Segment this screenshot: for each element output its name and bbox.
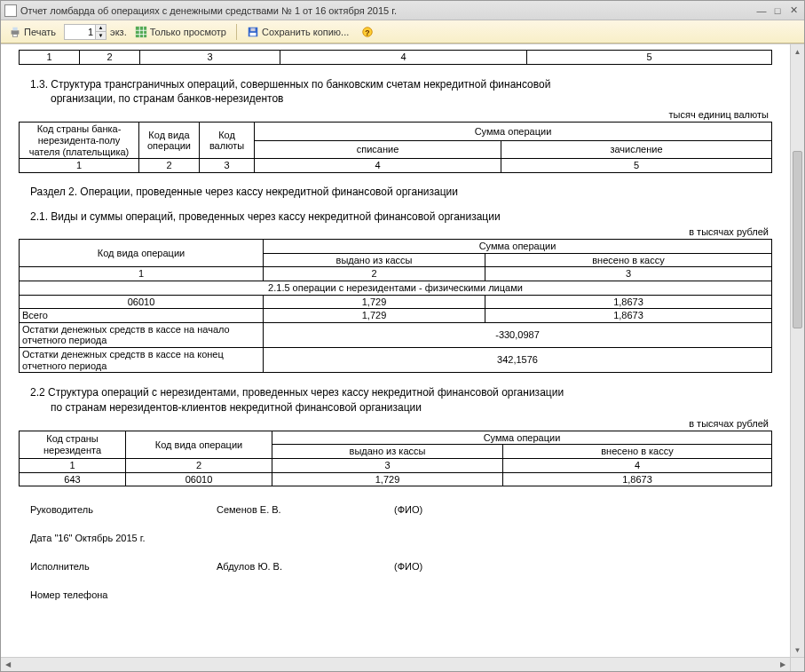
- svg-rect-6: [250, 28, 255, 31]
- section-22-unit: в тысячах рублей: [19, 418, 769, 429]
- signature-date: Дата "16" Октябрь 2015 г.: [30, 533, 772, 543]
- table-row: 1 2 3: [20, 267, 772, 281]
- table-row: 2.1.5 операции с нерезидентами - физичес…: [20, 281, 772, 295]
- svg-rect-0: [12, 30, 20, 34]
- scroll-left-button[interactable]: ◀: [1, 658, 15, 671]
- toolbar: Печать ▲ ▼ экз. Только просмотр Сохранит…: [1, 20, 804, 43]
- grid-icon: [135, 26, 147, 38]
- table-row: Код страны нерезидента Код вида операции…: [20, 431, 772, 445]
- scroll-down-button[interactable]: ▼: [791, 643, 804, 657]
- section-21-unit: в тысячах рублей: [19, 226, 769, 237]
- table-row: 06010 1,729 1,8673: [20, 295, 772, 309]
- table-row: Всего 1,729 1,8673: [20, 309, 772, 323]
- document-page: 1 2 3 4 5 1.3. Структура трансграничных …: [1, 44, 790, 657]
- scroll-right-button[interactable]: ▶: [776, 658, 790, 671]
- save-copy-button[interactable]: Сохранить копию...: [242, 23, 353, 41]
- close-button[interactable]: ✕: [786, 4, 801, 17]
- copies-up-button[interactable]: ▲: [95, 25, 106, 32]
- svg-rect-2: [12, 34, 17, 36]
- signature-head: Руководитель Семенов Е. В. (ФИО): [30, 504, 772, 515]
- section-22-title: 2.2 Структура операций с нерезидентами, …: [30, 385, 772, 414]
- scroll-up-button[interactable]: ▲: [791, 44, 804, 59]
- copies-label: экз.: [110, 27, 127, 37]
- svg-rect-1: [12, 27, 17, 30]
- copies-down-button[interactable]: ▼: [95, 32, 106, 39]
- svg-rect-3: [136, 26, 146, 36]
- table-row: 1 2 3 4 5: [20, 159, 772, 173]
- floppy-icon: [247, 26, 259, 38]
- table-row: 643 06010 1,729 1,8673: [20, 472, 772, 486]
- section-21-table: Код вида операции Сумма операции выдано …: [19, 239, 772, 373]
- print-button[interactable]: Печать: [4, 23, 60, 41]
- table-row: Остатки денежных средств в кассе на нача…: [20, 322, 772, 347]
- scroll-corner: [790, 657, 804, 671]
- help-button[interactable]: ?: [357, 23, 378, 41]
- table-row: 1 2 3 4: [20, 459, 772, 473]
- copies-input[interactable]: [65, 27, 95, 37]
- svg-text:?: ?: [366, 28, 370, 36]
- signature-phone: Номер телефона: [30, 589, 772, 600]
- table-row: 1 2 3 4 5: [20, 51, 772, 65]
- section-13-title: 1.3. Структура трансграничных операций, …: [30, 77, 772, 106]
- document-viewport: 1 2 3 4 5 1.3. Структура трансграничных …: [1, 43, 804, 671]
- app-window: Отчет ломбарда об операциях с денежными …: [0, 0, 805, 672]
- section-13-table: Код страны банка-нерезидента-полу чателя…: [19, 122, 772, 173]
- document-icon: [4, 4, 17, 17]
- printer-icon: [9, 26, 21, 38]
- print-label: Печать: [24, 27, 56, 37]
- table-row: Код вида операции Сумма операции: [20, 239, 772, 253]
- section-2-title: Раздел 2. Операции, проведенные через ка…: [30, 186, 772, 198]
- minimize-button[interactable]: —: [754, 4, 769, 17]
- section-22-table: Код страны нерезидента Код вида операции…: [19, 431, 772, 487]
- help-icon: ?: [361, 26, 374, 38]
- titlebar: Отчет ломбарда об операциях с денежными …: [1, 1, 804, 20]
- copies-spinner[interactable]: ▲ ▼: [64, 24, 107, 40]
- section-21-title: 2.1. Виды и суммы операций, проведенных …: [30, 210, 772, 223]
- signature-exec: Исполнитель Абдулов Ю. В. (ФИО): [30, 561, 772, 572]
- maximize-button[interactable]: □: [770, 4, 785, 17]
- top-numbers-table: 1 2 3 4 5: [19, 50, 772, 65]
- preview-only-button[interactable]: Только просмотр: [130, 23, 231, 41]
- scroll-thumb[interactable]: [793, 151, 802, 328]
- window-title: Отчет ломбарда об операциях с денежными …: [20, 5, 753, 16]
- preview-label: Только просмотр: [150, 27, 226, 37]
- savecopy-label: Сохранить копию...: [262, 27, 349, 37]
- table-row: Код страны банка-нерезидента-полу чателя…: [20, 123, 772, 140]
- toolbar-separator: [236, 24, 237, 40]
- horizontal-scrollbar[interactable]: ◀ ▶: [1, 657, 790, 671]
- vertical-scrollbar[interactable]: ▲ ▼: [790, 44, 804, 657]
- table-row: Остатки денежных средств в кассе на коне…: [20, 348, 772, 373]
- svg-rect-5: [249, 32, 256, 36]
- section-13-unit: тысяч единиц валюты: [19, 109, 769, 120]
